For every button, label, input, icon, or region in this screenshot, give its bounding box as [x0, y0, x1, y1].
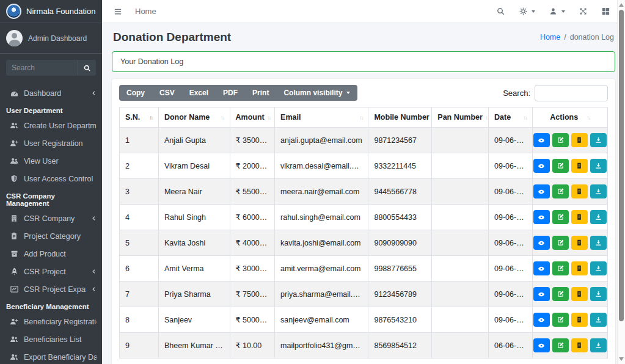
column-header-donor-name[interactable]: Donor Name↑↓ [158, 107, 230, 128]
column-visibility-button[interactable]: Column visibility [276, 85, 357, 101]
download-button[interactable] [590, 261, 607, 275]
page-head: Donation Department Home / donation Log [113, 31, 614, 44]
gear-dropdown[interactable] [519, 7, 535, 16]
cell-actions [532, 153, 607, 179]
receipt-button[interactable] [571, 313, 588, 327]
sidebar-search-input[interactable] [6, 60, 78, 76]
excel-button[interactable]: Excel [182, 85, 216, 101]
scrollbar-thumb[interactable] [619, 10, 624, 321]
sidebar-item-user-registration[interactable]: User Registration [0, 134, 102, 152]
view-button[interactable] [533, 287, 550, 301]
receipt-button[interactable] [571, 159, 588, 173]
cell-sn: 3 [120, 179, 159, 205]
sidebar-item-csr-project[interactable]: CSR Project [0, 263, 102, 280]
cell-date: 09-06-2025 [488, 282, 532, 307]
download-button[interactable] [590, 236, 607, 250]
view-button[interactable] [533, 210, 550, 224]
sidebar-item-add-product[interactable]: Add Product [0, 245, 102, 263]
edit-button[interactable] [552, 313, 569, 327]
sidebar-item-csr-company[interactable]: CSR Company [0, 209, 102, 227]
cell-pan-number [432, 256, 489, 282]
pdf-button[interactable]: PDF [216, 85, 245, 101]
column-header-mobile-number[interactable]: Mobile Number↑↓ [368, 107, 432, 128]
sidebar-item-view-user[interactable]: View User [0, 152, 102, 170]
download-button[interactable] [590, 159, 607, 173]
view-button[interactable] [533, 184, 550, 198]
receipt-button[interactable] [571, 236, 588, 250]
eye-icon [537, 265, 546, 272]
users-gear-icon [9, 156, 19, 166]
grid-icon[interactable] [601, 7, 610, 16]
fullscreen-icon[interactable] [579, 7, 588, 16]
sort-icon: ↑↓ [587, 114, 590, 121]
view-button[interactable] [533, 338, 550, 352]
edit-button[interactable] [552, 261, 569, 275]
scroll-up-arrow-icon[interactable] [619, 3, 624, 7]
vertical-scrollbar[interactable] [617, 0, 625, 364]
download-icon [594, 213, 602, 221]
sidebar-item-export-beneficiary-data[interactable]: Export Beneficiary Data [0, 348, 102, 364]
column-header-pan-number[interactable]: Pan Number↑↓ [432, 107, 489, 128]
edit-button[interactable] [552, 287, 569, 301]
user-panel[interactable]: Admin Dashboard [0, 23, 102, 54]
sidebar-item-csr-project-expanse[interactable]: CSR Project Expanse [0, 280, 102, 298]
download-button[interactable] [590, 338, 607, 352]
view-button[interactable] [533, 261, 550, 275]
edit-button[interactable] [552, 338, 569, 352]
sidebar-item-beneficiary-registration[interactable]: Beneficiary Registration [0, 313, 102, 330]
cell-amount: ₹ 40000.00 [230, 230, 275, 256]
cell-email: anjali.gupta@email.com [275, 128, 368, 153]
eye-icon [537, 342, 546, 349]
cell-mobile-number: 9123456789 [368, 282, 432, 307]
receipt-button[interactable] [571, 133, 588, 147]
view-button[interactable] [533, 159, 550, 173]
csv-button[interactable]: CSV [152, 85, 182, 101]
download-button[interactable] [590, 184, 607, 198]
receipt-button[interactable] [571, 210, 588, 224]
sidebar-item-user-access-control[interactable]: User Access Control [0, 170, 102, 187]
search-icon[interactable] [496, 7, 505, 16]
view-button[interactable] [533, 133, 550, 147]
brand[interactable]: Nirmala Foundation [0, 0, 102, 23]
sidebar-item-beneficiaries-list[interactable]: Beneficiaries List [0, 330, 102, 348]
print-button[interactable]: Print [245, 85, 276, 101]
users-icon [9, 352, 19, 362]
sidebar-item-dashboard[interactable]: Dashboard [0, 84, 102, 102]
view-button[interactable] [533, 236, 550, 250]
download-button[interactable] [590, 313, 607, 327]
column-header-amount[interactable]: Amount↑↓ [230, 107, 275, 128]
edit-button[interactable] [552, 159, 569, 173]
sidebar-item-project-category[interactable]: Project Category [0, 227, 102, 245]
cell-date: 09-06-2025 [488, 179, 532, 205]
download-button[interactable] [590, 287, 607, 301]
receipt-button[interactable] [571, 184, 588, 198]
edit-button[interactable] [552, 133, 569, 147]
navbar-home-link[interactable]: Home [135, 7, 156, 16]
download-button[interactable] [590, 210, 607, 224]
breadcrumb-home-link[interactable]: Home [540, 33, 560, 42]
column-header-sn[interactable]: S.N.↑↓ [120, 107, 159, 128]
table-card: Copy CSV Excel PDF Print Column visibili… [112, 79, 615, 364]
receipt-button[interactable] [571, 287, 588, 301]
tachometer-icon [9, 89, 19, 98]
sidebar-item-create-user-department[interactable]: Create User Department [0, 117, 102, 134]
edit-button[interactable] [552, 210, 569, 224]
copy-button[interactable]: Copy [119, 85, 152, 101]
sidebar-search-button[interactable] [78, 60, 96, 76]
user-dropdown[interactable] [549, 7, 565, 16]
receipt-button[interactable] [571, 338, 588, 352]
table-search-input[interactable] [535, 85, 608, 101]
cell-donor-name: Kavita Joshi [158, 230, 230, 256]
scroll-down-arrow-icon[interactable] [619, 357, 624, 361]
table-row: 8 Sanjeev ₹ 50000.00 sanjeev@email.com 9… [120, 307, 608, 333]
column-header-actions[interactable]: Actions↑↓ [532, 107, 607, 128]
view-button[interactable] [533, 313, 550, 327]
edit-button[interactable] [552, 236, 569, 250]
column-header-date[interactable]: Date↑↓ [488, 107, 532, 128]
column-header-email[interactable]: Email↑↓ [275, 107, 368, 128]
receipt-button[interactable] [571, 261, 588, 275]
hamburger-menu-icon[interactable] [113, 7, 123, 16]
edit-button[interactable] [552, 184, 569, 198]
download-button[interactable] [590, 133, 607, 147]
table-row: 7 Priya Sharma ₹ 75000.00 priya.sharma@e… [120, 282, 608, 307]
